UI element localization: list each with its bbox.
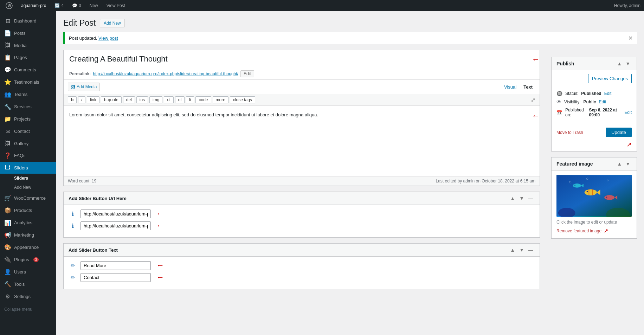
wp-logo-link[interactable]: W	[4, 1, 15, 11]
post-title-input[interactable]	[64, 50, 530, 68]
slider-text-up-button[interactable]: ▲	[509, 247, 516, 253]
li-button[interactable]: li	[186, 96, 194, 103]
published-row: 📅 Published on: Sep 6, 2022 at 09:00 Edi…	[556, 108, 632, 117]
appearance-icon: 🎨	[4, 244, 11, 251]
sidebar-item-media[interactable]: 🖼 Media	[0, 39, 56, 51]
users-icon: 👤	[4, 269, 11, 275]
wp-logo-icon: W	[6, 2, 13, 9]
sidebar-item-gallery[interactable]: 🖼 Gallery	[0, 137, 56, 149]
visibility-edit-link[interactable]: Edit	[599, 99, 606, 104]
word-count: Word count: 19	[68, 179, 96, 183]
preview-changes-button[interactable]: Preview Changes	[588, 74, 632, 83]
featured-image-body: Click the image to edit or update Remove…	[552, 170, 637, 238]
ins-button[interactable]: ins	[136, 96, 148, 103]
sidebar-item-marketing[interactable]: 📢 Marketing	[0, 229, 56, 241]
slider-url-minimize-button[interactable]: —	[527, 195, 535, 201]
text-tab[interactable]: Text	[521, 83, 535, 91]
permalink-link[interactable]: http://localhost/luzuk/aquarium-pro/inde…	[93, 71, 238, 76]
add-media-icon: 🖼	[71, 84, 75, 89]
code-button[interactable]: code	[195, 96, 211, 103]
featured-image-up-button[interactable]: ▲	[616, 161, 623, 167]
close-tags-button[interactable]: close tags	[230, 96, 255, 103]
updates-link[interactable]: 🔄 4	[52, 2, 66, 9]
add-new-button[interactable]: Add New	[100, 19, 125, 27]
sidebar-item-plugins[interactable]: 🔌 Plugins 3	[0, 253, 56, 266]
move-to-trash-link[interactable]: Move to Trash	[556, 130, 583, 135]
view-post-link[interactable]: View Post	[104, 2, 127, 9]
sidebar-item-contact[interactable]: ✉ Contact	[0, 125, 56, 137]
sidebar-item-analytics[interactable]: 📊 Analytics	[0, 217, 56, 229]
plugins-badge: 3	[33, 257, 39, 262]
add-media-button[interactable]: 🖼 Add Media	[68, 83, 100, 91]
notice-close-button[interactable]: ✕	[628, 35, 633, 41]
update-notice: Post updated. View post ✕	[63, 32, 637, 44]
slider-text-controls: ▲ ▼ —	[509, 247, 535, 253]
img-button[interactable]: img	[149, 96, 162, 103]
featured-image-controls: ▲ ▼	[616, 161, 632, 167]
updates-icon: 🔄	[54, 3, 60, 8]
sidebar-item-sliders[interactable]: 🎞 Sliders	[0, 162, 56, 174]
view-post-notice-link[interactable]: View post	[98, 36, 118, 41]
featured-image-thumbnail[interactable]	[556, 175, 632, 217]
permalink-edit-button[interactable]: Edit	[240, 70, 254, 77]
media-icon: 🖼	[4, 42, 11, 49]
sidebar-label-contact: Contact	[14, 129, 30, 134]
new-content-link[interactable]: New	[88, 2, 100, 9]
remove-featured-image-link[interactable]: Remove featured image	[556, 228, 601, 233]
permalink-row: Permalink: http://localhost/luzuk/aquari…	[64, 68, 540, 80]
submenu-sliders[interactable]: Sliders	[0, 174, 56, 183]
slider-url-input-2[interactable]	[80, 221, 151, 230]
featured-image-header: Featured image ▲ ▼	[552, 157, 637, 170]
sidebar-item-comments[interactable]: 💬 Comments	[0, 64, 56, 76]
featured-image-down-button[interactable]: ▼	[624, 161, 632, 167]
blockquote-button[interactable]: b-quote	[101, 96, 122, 103]
sidebar-label-products: Products	[14, 208, 32, 213]
sidebar-item-products[interactable]: 📦 Products	[0, 204, 56, 217]
slider-url-down-button[interactable]: ▼	[518, 195, 526, 201]
sidebar-item-projects[interactable]: 📁 Projects	[0, 113, 56, 125]
status-value: Published	[581, 91, 601, 96]
publish-up-button[interactable]: ▲	[616, 61, 623, 66]
sidebar-item-settings[interactable]: ⚙ Settings	[0, 290, 56, 303]
bold-button[interactable]: b	[68, 96, 77, 103]
slider-text-down-button[interactable]: ▼	[518, 247, 526, 253]
del-button[interactable]: del	[123, 96, 135, 103]
sidebar-item-pages[interactable]: 📋 Pages	[0, 51, 56, 64]
contact-icon: ✉	[4, 128, 11, 135]
remove-arrow-indicator: ↗	[604, 227, 608, 234]
sidebar-item-dashboard[interactable]: ⊞ Dashboard	[0, 15, 56, 27]
publish-down-button[interactable]: ▼	[624, 61, 632, 66]
link-button[interactable]: link	[87, 96, 99, 103]
sidebar-item-teams[interactable]: 👥 Teams	[0, 88, 56, 101]
slider-url-up-button[interactable]: ▲	[509, 195, 516, 201]
sidebar-label-faqs: FAQs	[14, 153, 26, 158]
sidebar-item-posts[interactable]: 📄 Posts	[0, 27, 56, 39]
ul-button[interactable]: ul	[164, 96, 173, 103]
sidebar-item-services[interactable]: 🔧 Services	[0, 101, 56, 113]
italic-button[interactable]: i	[78, 96, 85, 103]
ol-button[interactable]: ol	[175, 96, 185, 103]
visual-tab[interactable]: Visual	[501, 83, 519, 91]
update-button[interactable]: Update	[606, 128, 632, 137]
post-content-area[interactable]: Lorem ipsum dolor sit amet, consectetur …	[64, 106, 530, 176]
sidebar-item-testimonials[interactable]: ⭐ Testimonials	[0, 76, 56, 88]
sidebar-item-woocommerce[interactable]: 🛒 WooCommerce	[0, 192, 56, 204]
submenu-add-new[interactable]: Add New	[0, 183, 56, 192]
slider-text-input-2[interactable]	[80, 273, 151, 282]
slider-url-body: ℹ ← ℹ ←	[64, 205, 540, 237]
more-button[interactable]: more	[213, 96, 228, 103]
status-edit-link[interactable]: Edit	[604, 91, 612, 96]
sidebar-item-appearance[interactable]: 🎨 Appearance	[0, 241, 56, 253]
collapse-menu[interactable]: Collapse menu	[0, 303, 56, 316]
comments-link[interactable]: 💬 0	[70, 2, 83, 9]
site-name-link[interactable]: aquarium-pro	[19, 2, 48, 9]
sidebar-item-users[interactable]: 👤 Users	[0, 266, 56, 278]
sidebar-item-faqs[interactable]: ❓ FAQs	[0, 149, 56, 162]
slider-text-minimize-button[interactable]: —	[527, 247, 535, 253]
slider-text-input-1[interactable]	[80, 261, 151, 270]
fullscreen-button[interactable]: ⤢	[531, 97, 535, 103]
sidebar-item-tools[interactable]: 🔨 Tools	[0, 278, 56, 290]
slider-text-header: Add Slider Button Text ▲ ▼ —	[64, 244, 540, 257]
published-edit-link[interactable]: Edit	[624, 110, 632, 115]
slider-url-input-1[interactable]	[80, 210, 151, 218]
